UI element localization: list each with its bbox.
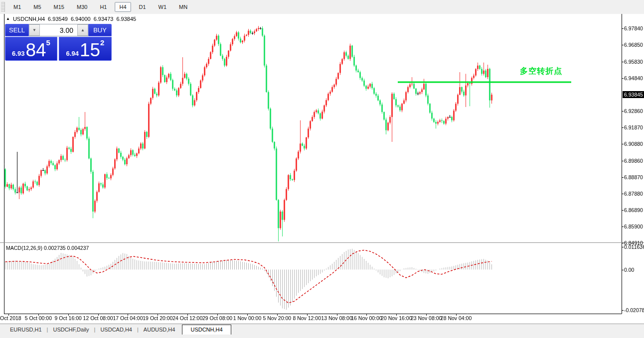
price-axis-label: 6.90880 <box>624 141 643 147</box>
timeframe-button-h1[interactable]: H1 <box>95 2 111 12</box>
time-axis-label: 29 Oct 08:00 <box>202 315 232 321</box>
chart-window: ▲ USDCNH,H4 6.93549 6.94000 6.93473 6.93… <box>0 14 644 324</box>
timeframe-button-w1[interactable]: W1 <box>154 2 171 12</box>
timeframe-button-h4[interactable]: H4 <box>115 2 131 12</box>
chart-tab-usdcad[interactable]: USDCAD,H4 <box>95 325 137 335</box>
ohlc-high: 6.94000 <box>71 16 91 22</box>
chart-tab-audusd[interactable]: AUDUSD,H4 <box>139 325 180 335</box>
time-axis-label: 2 Oct 2018 <box>0 315 21 321</box>
time-axis-label: 16 Nov 00:00 <box>351 315 382 321</box>
price-axis-label: 6.91870 <box>624 124 643 130</box>
time-axis-label: 1 Nov 00:00 <box>233 315 262 321</box>
timeframe-toolbar: M1M5M15M30H1H4D1W1MN <box>0 0 644 14</box>
buy-button[interactable]: BUY <box>88 24 112 36</box>
price-axis-label: 6.85900 <box>624 224 643 229</box>
collapse-icon[interactable]: ▲ <box>6 16 10 21</box>
price-axis-label: 6.96850 <box>624 42 643 48</box>
time-axis-label: 19 Oct 20:00 <box>143 315 172 321</box>
macd-axis-label: 0.011636 <box>624 244 644 250</box>
current-price-tag: 6.93845 <box>623 91 644 98</box>
chart-tab-usdcnh[interactable]: USDCNH,H4 <box>182 325 231 335</box>
price-axis-label: 6.95830 <box>624 59 643 65</box>
mt4-terminal: M1M5M15M30H1H4D1W1MN ▲ USDCNH,H4 6.93549… <box>0 0 644 338</box>
sell-button[interactable]: SELL <box>5 24 29 36</box>
macd-signal-value: 0.004237 <box>67 245 89 251</box>
sell-price-prefix: 6.93 <box>12 50 24 57</box>
timeframe-button-m5[interactable]: M5 <box>29 2 45 12</box>
timeframe-button-d1[interactable]: D1 <box>135 2 151 12</box>
time-axis-label: 20 Nov 16:00 <box>381 315 412 321</box>
chart-title-bar: ▲ USDCNH,H4 6.93549 6.94000 6.93473 6.93… <box>6 16 136 22</box>
volume-input[interactable] <box>40 24 77 36</box>
ohlc-close: 6.93845 <box>116 16 136 22</box>
chart-tab-bar: EURUSD,H1|USDCHF,Daily|USDCAD,H4|AUDUSD,… <box>0 324 644 335</box>
price-axis-label: 6.89860 <box>624 158 643 164</box>
chart-symbol-period: USDCNH,H4 <box>13 16 45 22</box>
volume-spinner: ▼ ▲ <box>29 24 88 36</box>
chart-tab-eurusd[interactable]: EURUSD,H1 <box>5 325 47 335</box>
timeframe-button-m1[interactable]: M1 <box>9 2 25 12</box>
price-axis-label: 6.86890 <box>624 207 643 213</box>
status-strip <box>0 335 644 338</box>
time-axis-label: 23 Nov 08:00 <box>411 315 442 321</box>
sell-price-sup: 5 <box>46 38 50 47</box>
time-axis-label: 5 Oct 00:00 <box>25 315 52 321</box>
buy-price-sup: 2 <box>100 38 104 47</box>
toolbar-drag-handle[interactable] <box>1 2 5 12</box>
sell-price-big: 84 <box>25 42 46 59</box>
price-axis-label: 6.92860 <box>624 108 643 114</box>
macd-value: 0.002735 <box>44 245 66 251</box>
ohlc-low: 6.93473 <box>94 16 114 22</box>
chart-tab-usdchf[interactable]: USDCHF,Daily <box>48 325 94 335</box>
macd-indicator-label: MACD(12,26,9) 0.002735 0.004237 <box>6 245 89 251</box>
time-axis-label: 8 Nov 12:00 <box>293 315 321 321</box>
buy-price-big: 15 <box>80 42 100 59</box>
ohlc-open: 6.93549 <box>48 16 68 22</box>
macd-axis-label: 0.00 <box>624 267 634 273</box>
time-axis-label: 12 Oct 08:00 <box>83 315 113 321</box>
price-axis-label: 6.87880 <box>624 191 643 197</box>
time-axis-label: 13 Nov 08:00 <box>321 315 352 321</box>
time-axis-label: 9 Oct 16:00 <box>55 315 82 321</box>
macd-axis-label: -0.020788 <box>624 307 644 313</box>
timeframe-button-m15[interactable]: M15 <box>49 2 69 12</box>
macd-name: MACD(12,26,9) <box>6 245 42 251</box>
time-axis-label: 5 Nov 20:00 <box>263 315 292 321</box>
one-click-trade-panel: SELL ▼ ▲ BUY 6.93 84 5 6.94 15 2 <box>5 24 112 61</box>
volume-increase-button[interactable]: ▲ <box>77 24 88 36</box>
price-axis-label: 6.88870 <box>624 174 643 180</box>
buy-quote[interactable]: 6.94 15 2 <box>59 37 112 61</box>
price-axis-label: 6.94840 <box>624 75 643 81</box>
timeframe-button-m30[interactable]: M30 <box>72 2 92 12</box>
price-axis-label: 6.97840 <box>624 25 643 31</box>
timeframe-button-mn[interactable]: MN <box>174 2 192 12</box>
sell-quote[interactable]: 6.93 84 5 <box>5 37 57 61</box>
trendline-annotation-text[interactable]: 多空转折点 <box>520 66 562 77</box>
time-axis-label: 28 Nov 04:00 <box>441 315 472 321</box>
buy-price-prefix: 6.94 <box>66 50 79 57</box>
time-axis-label: 17 Oct 04:00 <box>113 315 143 321</box>
volume-decrease-button[interactable]: ▼ <box>29 24 40 36</box>
time-axis-label: 24 Oct 12:00 <box>172 315 202 321</box>
